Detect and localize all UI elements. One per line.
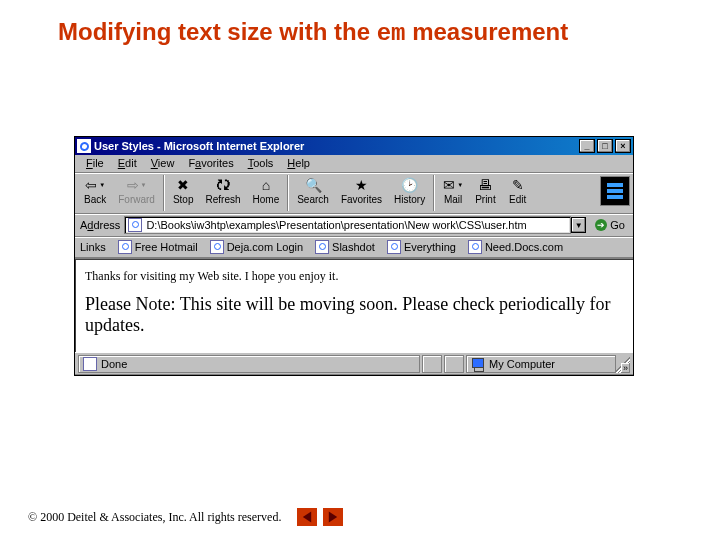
link-item[interactable]: Free Hotmail [112,239,204,255]
menu-favorites[interactable]: Favorites [181,156,240,170]
history-button[interactable]: 🕑 History [388,175,431,206]
address-value: D:\Books\iw3htp\examples\Presentation\pr… [146,219,526,231]
throbber-icon [600,176,630,206]
ie-window: User Styles - Microsoft Internet Explore… [74,136,634,376]
close-button[interactable]: × [615,139,631,153]
links-bar: Links Free Hotmail Deja.com Login Slashd… [75,237,633,258]
search-label: Search [297,194,329,205]
print-icon: 🖶 [475,176,495,194]
refresh-icon: 🗘 [213,176,233,194]
menu-edit[interactable]: Edit [111,156,144,170]
content-paragraph-large: Please Note: This site will be moving so… [85,294,623,336]
favorites-icon: ★ [351,176,371,194]
page-icon [118,240,132,254]
page-icon [315,240,329,254]
link-item[interactable]: Slashdot [309,239,381,255]
address-dropdown[interactable]: ▼ [571,217,586,233]
status-empty [444,355,464,373]
computer-icon [471,358,485,370]
status-bar: Done My Computer [75,352,633,375]
right-arrow-icon [326,510,340,524]
edit-icon: ✎ [508,176,528,194]
stop-button[interactable]: ✖ Stop [167,175,200,206]
mail-label: Mail [444,194,462,205]
edit-label: Edit [509,194,526,205]
prev-slide-button[interactable] [297,508,317,526]
mail-icon: ✉▼ [443,176,463,194]
maximize-button[interactable]: □ [597,139,613,153]
back-button[interactable]: ⇦▼ Back [78,175,112,206]
copyright-symbol: © [28,510,40,525]
ie-icon [77,139,91,153]
page-icon [83,357,97,371]
page-icon [468,240,482,254]
links-label: Links [78,241,112,253]
address-bar: Address D:\Books\iw3htp\examples\Present… [75,214,633,237]
forward-icon: ⇨▼ [127,176,147,194]
toolbar-chevron[interactable]: » [621,363,630,373]
search-icon: 🔍 [303,176,323,194]
back-icon: ⇦▼ [85,176,105,194]
link-label: Free Hotmail [135,241,198,253]
menubar: File Edit View Favorites Tools Help [75,155,633,173]
print-button[interactable]: 🖶 Print [469,175,502,206]
link-label: Deja.com Login [227,241,303,253]
history-icon: 🕑 [400,176,420,194]
content-paragraph-small: Thanks for visiting my Web site. I hope … [85,269,623,284]
history-label: History [394,194,425,205]
stop-icon: ✖ [173,176,193,194]
next-slide-button[interactable] [323,508,343,526]
footer: © 2000 Deitel & Associates, Inc. All rig… [28,508,343,526]
window-title: User Styles - Microsoft Internet Explore… [94,140,304,152]
menu-tools[interactable]: Tools [241,156,281,170]
link-item[interactable]: Deja.com Login [204,239,309,255]
copyright-text: 2000 Deitel & Associates, Inc. All right… [40,510,281,525]
refresh-button[interactable]: 🗘 Refresh [200,175,247,206]
page-icon [128,218,142,232]
status-empty [422,355,442,373]
stop-label: Stop [173,194,194,205]
slide-title-pre: Modifying text size with the [58,18,377,45]
link-label: Slashdot [332,241,375,253]
address-input[interactable]: D:\Books\iw3htp\examples\Presentation\pr… [124,216,571,234]
favorites-label: Favorites [341,194,382,205]
menu-help[interactable]: Help [280,156,317,170]
page-icon [387,240,401,254]
menu-view[interactable]: View [144,156,182,170]
go-label: Go [610,219,625,231]
home-button[interactable]: ⌂ Home [247,175,286,206]
home-label: Home [253,194,280,205]
status-zone-text: My Computer [489,358,555,370]
menu-file[interactable]: File [79,156,111,170]
link-label: Need.Docs.com [485,241,563,253]
page-icon [210,240,224,254]
address-label: Address [78,219,124,231]
edit-button[interactable]: ✎ Edit [502,175,534,206]
home-icon: ⌂ [256,176,276,194]
forward-label: Forward [118,194,155,205]
status-zone: My Computer [466,355,616,373]
mail-button[interactable]: ✉▼ Mail [437,175,469,206]
refresh-label: Refresh [206,194,241,205]
page-content: Thanks for visiting my Web site. I hope … [75,258,633,352]
favorites-button[interactable]: ★ Favorites [335,175,388,206]
back-label: Back [84,194,106,205]
print-label: Print [475,194,496,205]
link-label: Everything [404,241,456,253]
left-arrow-icon [300,510,314,524]
status-message: Done [78,355,420,373]
search-button[interactable]: 🔍 Search [291,175,335,206]
forward-button[interactable]: ⇨▼ Forward [112,175,161,206]
status-text: Done [101,358,127,370]
toolbar: ⇦▼ Back ⇨▼ Forward ✖ Stop 🗘 Refresh ⌂ Ho… [75,173,633,214]
slide-title-post: measurement [406,18,569,45]
slide-title-em: em [377,20,406,47]
link-item[interactable]: Need.Docs.com [462,239,569,255]
go-icon: ➔ [595,219,607,231]
minimize-button[interactable]: _ [579,139,595,153]
link-item[interactable]: Everything [381,239,462,255]
slide-title: Modifying text size with the em measurem… [58,18,568,47]
go-button[interactable]: ➔ Go [590,218,630,232]
titlebar[interactable]: User Styles - Microsoft Internet Explore… [75,137,633,155]
